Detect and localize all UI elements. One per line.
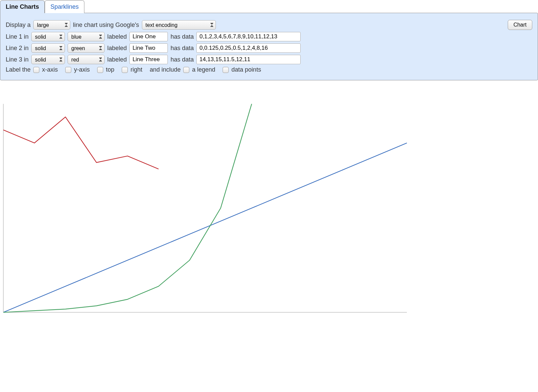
display-prefix: Display a xyxy=(6,22,31,29)
line2-labeled: labeled xyxy=(107,45,127,52)
controls-panel: Display a large line chart using Google'… xyxy=(0,13,538,80)
line2-hasdata: has data xyxy=(170,45,194,52)
top-checkbox[interactable] xyxy=(97,67,103,73)
xaxis-checkbox[interactable] xyxy=(33,67,39,73)
right-checkbox[interactable] xyxy=(122,67,128,73)
line1-prefix: Line 1 in xyxy=(6,33,29,40)
line3-label-input[interactable] xyxy=(129,55,168,64)
line3-prefix: Line 3 in xyxy=(6,56,29,63)
top-label: top xyxy=(106,66,114,73)
line1-labeled: labeled xyxy=(107,33,127,40)
display-middle: line chart using Google's xyxy=(73,22,139,29)
line3-hasdata: has data xyxy=(170,56,194,63)
line1-data-input[interactable] xyxy=(196,32,301,41)
line2-style-select[interactable]: solid xyxy=(31,43,65,53)
axis-prefix: Label the xyxy=(6,66,31,73)
line1-color-select[interactable]: blue xyxy=(68,32,105,41)
chart-output xyxy=(0,101,410,316)
size-select[interactable]: large xyxy=(33,20,70,30)
and-include-label: and include xyxy=(150,66,181,73)
datapoints-checkbox[interactable] xyxy=(223,67,229,73)
line3-color-select[interactable]: red xyxy=(68,55,105,64)
line2-color-select[interactable]: green xyxy=(68,43,105,53)
line2-data-input[interactable] xyxy=(196,43,301,53)
line1-hasdata: has data xyxy=(170,33,194,40)
line-chart-svg xyxy=(0,101,410,316)
tab-sparklines[interactable]: Sparklines xyxy=(45,0,84,13)
encoding-select[interactable]: text encoding xyxy=(142,20,216,30)
right-label: right xyxy=(130,66,142,73)
line3-data-input[interactable] xyxy=(196,55,301,64)
xaxis-label: x-axis xyxy=(42,66,58,73)
axis-row: Label the x-axis y-axis top right and in… xyxy=(6,66,532,73)
legend-checkbox[interactable] xyxy=(183,67,189,73)
datapoints-label: data points xyxy=(231,66,261,73)
line3-row: Line 3 in solid red labeled has data xyxy=(6,55,532,64)
line1-row: Line 1 in solid blue labeled has data xyxy=(6,32,532,41)
display-row: Display a large line chart using Google'… xyxy=(6,20,532,30)
legend-label: a legend xyxy=(192,66,215,73)
line1-style-select[interactable]: solid xyxy=(31,32,65,41)
line3-labeled: labeled xyxy=(107,56,127,63)
tab-line-charts[interactable]: Line Charts xyxy=(0,0,45,13)
yaxis-checkbox[interactable] xyxy=(65,67,71,73)
line2-label-input[interactable] xyxy=(129,43,168,53)
line1-label-input[interactable] xyxy=(129,32,168,41)
tab-bar: Line Charts Sparklines xyxy=(0,0,538,13)
yaxis-label: y-axis xyxy=(74,66,90,73)
line2-prefix: Line 2 in xyxy=(6,45,29,52)
line3-style-select[interactable]: solid xyxy=(31,55,65,64)
chart-button[interactable]: Chart xyxy=(508,20,532,30)
line2-row: Line 2 in solid green labeled has data xyxy=(6,43,532,53)
